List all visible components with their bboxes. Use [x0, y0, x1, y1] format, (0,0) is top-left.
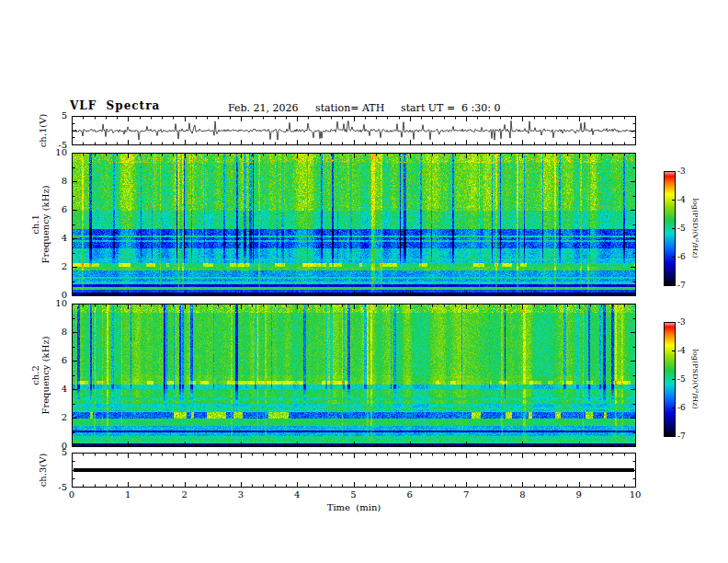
start-ut-label: start UT = 6 :30: 0	[401, 102, 501, 114]
axis-label-text: Frequency (kHz)	[40, 336, 51, 414]
colorbar-tick-label: -3	[677, 318, 686, 327]
y-tick-label: 4	[62, 234, 67, 243]
ch1-waveform-canvas	[72, 116, 636, 145]
y-tick-label: -5	[58, 483, 67, 492]
colorbar-tick-label: -4	[677, 196, 686, 204]
time-axis-label: Time (min)	[327, 502, 381, 512]
colorbar-tick-label: -6	[677, 253, 686, 261]
x-tick-label: 6	[407, 490, 413, 500]
y-tick-label: -5	[58, 141, 67, 150]
station-label: station= ATH	[315, 102, 384, 114]
x-tick-label: 5	[350, 490, 356, 500]
y-tick-label: 2	[62, 413, 67, 422]
y-tick-label: 6	[62, 356, 67, 365]
ch2-spectrogram-canvas	[72, 304, 636, 447]
axis-label-text: log(PSD)(V²/Hz)	[691, 349, 700, 408]
colorbar-tick-label: -7	[677, 282, 686, 290]
y-tick-label: 5	[62, 448, 67, 457]
x-tick-label: 2	[181, 490, 187, 500]
axis-label-text: log(PSD)(V²/Hz)	[691, 198, 700, 258]
colorbar-tick-label: -4	[677, 347, 686, 355]
axis-label-text: ch.1	[30, 214, 40, 235]
colorbar-tick-label: -6	[677, 404, 686, 412]
y-tick-label: 5	[62, 111, 67, 121]
colorbar-ch1-label: log(PSD)(V²/Hz)	[691, 171, 700, 286]
vlf-spectra-figure: VLF Spectra Feb. 21, 2026 station= ATH s…	[0, 0, 728, 563]
colorbar-ch2-label: log(PSD)(V²/Hz)	[691, 322, 700, 437]
ch3-waveform-canvas	[72, 453, 636, 488]
ch1-spectrogram-canvas	[72, 153, 636, 296]
y-tick-label: 10	[55, 299, 67, 308]
y-tick-label: 8	[62, 327, 67, 337]
axis-label-text: ch.2	[30, 365, 40, 385]
x-tick-label: 9	[576, 490, 582, 500]
colorbar-tick-label: -3	[677, 167, 686, 176]
axis-label-text: ch.3(V)	[38, 454, 48, 488]
x-tick-label: 10	[630, 490, 642, 500]
x-tick-label: 1	[125, 490, 131, 500]
y-tick-label: 8	[62, 177, 67, 186]
axis-label-text: Frequency (kHz)	[40, 185, 51, 263]
plot-title: VLF Spectra	[70, 99, 160, 112]
x-tick-label: 0	[69, 490, 74, 500]
y-tick-label: 2	[62, 262, 67, 271]
x-tick-label: 8	[519, 490, 525, 500]
x-tick-label: 3	[238, 490, 244, 500]
y-tick-label: 4	[62, 385, 67, 394]
colorbar-tick-label: -7	[677, 432, 686, 441]
ch1-freq-axis-label: ch.1 Frequency (kHz)	[30, 153, 51, 296]
x-tick-label: 4	[294, 490, 300, 500]
axis-label-text: ch.1(V)	[38, 114, 48, 148]
colorbar-ch1-canvas	[664, 171, 676, 286]
colorbar-tick-label: -5	[677, 224, 686, 233]
ch3-volt-axis-label: ch.3(V)	[37, 415, 48, 525]
x-tick-label: 7	[463, 490, 469, 500]
colorbar-ch2-canvas	[664, 322, 676, 437]
colorbar-tick-label: -5	[677, 375, 686, 384]
date-label: Feb. 21, 2026	[228, 102, 299, 114]
y-tick-label: 6	[62, 205, 67, 214]
